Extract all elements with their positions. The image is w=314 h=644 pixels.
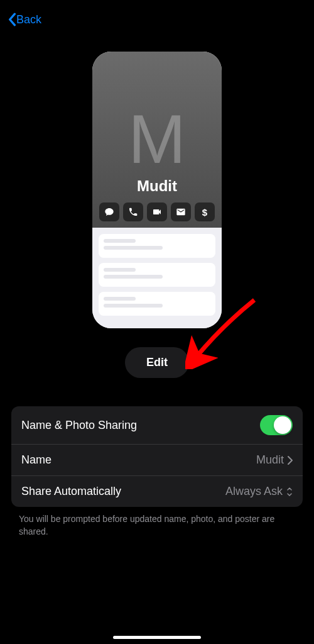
contact-action-row: $ [99, 203, 215, 221]
phone-button[interactable] [123, 203, 143, 221]
back-label: Back [16, 13, 41, 26]
edit-button[interactable]: Edit [125, 347, 189, 378]
back-button[interactable]: Back [8, 13, 41, 26]
chevron-right-icon [288, 456, 293, 465]
contact-info-block [99, 234, 215, 258]
message-icon [104, 207, 114, 217]
settings-group: Name & Photo Sharing Name Mudit Share Au… [11, 406, 303, 507]
name-photo-sharing-row: Name & Photo Sharing [11, 406, 303, 445]
phone-icon [128, 207, 138, 217]
video-button[interactable] [147, 203, 167, 221]
contact-name: Mudit [137, 177, 177, 195]
name-row[interactable]: Name Mudit [11, 445, 303, 476]
row-label: Name [21, 453, 51, 467]
contact-monogram: M [128, 99, 186, 179]
row-label: Share Automatically [21, 485, 121, 498]
toggle-knob [274, 416, 291, 434]
chevron-left-icon [8, 13, 16, 26]
home-indicator[interactable] [113, 636, 201, 639]
mail-icon [176, 207, 186, 217]
contact-card[interactable]: M Mudit $ [92, 52, 222, 328]
message-button[interactable] [99, 203, 119, 221]
video-icon [152, 207, 162, 217]
pay-button[interactable]: $ [195, 203, 215, 221]
row-label: Name & Photo Sharing [21, 419, 137, 432]
footer-text: You will be prompted before updated name… [0, 507, 314, 544]
row-value: Mudit [256, 453, 293, 467]
contact-card-body [92, 228, 222, 328]
contact-card-container: M Mudit $ [0, 52, 314, 328]
pay-icon: $ [202, 207, 207, 218]
row-value: Always Ask [225, 485, 293, 498]
share-auto-value: Always Ask [225, 485, 283, 498]
share-automatically-row[interactable]: Share Automatically Always Ask [11, 476, 303, 507]
mail-button[interactable] [171, 203, 191, 221]
updown-icon [286, 487, 293, 497]
contact-info-block [99, 263, 215, 287]
name-value: Mudit [256, 453, 284, 467]
sharing-toggle[interactable] [260, 415, 293, 435]
edit-container: Edit [0, 347, 314, 378]
nav-bar: Back [0, 0, 314, 39]
contact-info-block [99, 292, 215, 316]
contact-card-header: M Mudit $ [92, 52, 222, 228]
